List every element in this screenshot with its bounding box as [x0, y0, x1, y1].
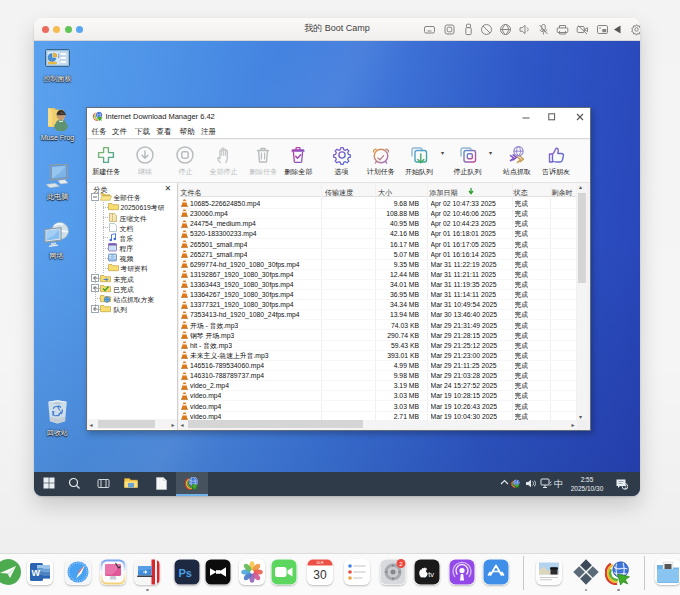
svg-text:W: W: [32, 568, 41, 578]
svg-text:30: 30: [313, 567, 327, 581]
svg-text:Ps: Ps: [178, 567, 191, 579]
svg-text:1: 1: [624, 484, 627, 490]
svg-text:10月: 10月: [316, 561, 324, 565]
svg-text:tv: tv: [428, 569, 434, 578]
